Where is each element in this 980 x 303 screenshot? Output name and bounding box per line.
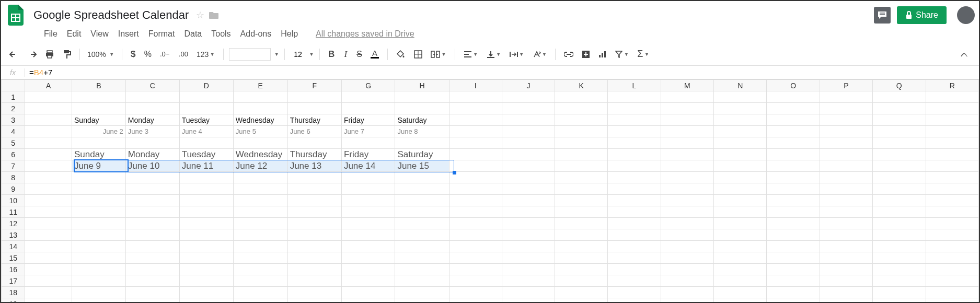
- cell-H9[interactable]: [395, 183, 449, 195]
- cell-A8[interactable]: [25, 172, 72, 183]
- cell-M17[interactable]: [661, 275, 713, 287]
- cell-I4[interactable]: [449, 126, 502, 137]
- cell-C16[interactable]: [125, 264, 179, 275]
- cell-P9[interactable]: [820, 183, 872, 195]
- menu-format[interactable]: Format: [144, 27, 179, 41]
- borders-button[interactable]: [411, 48, 425, 61]
- col-header-O[interactable]: O: [767, 80, 820, 91]
- cell-N9[interactable]: [714, 183, 767, 195]
- col-header-R[interactable]: R: [926, 80, 979, 91]
- cell-I10[interactable]: [449, 195, 502, 206]
- menu-tools[interactable]: Tools: [207, 27, 235, 41]
- cell-D1[interactable]: [179, 91, 233, 103]
- cell-P8[interactable]: [820, 172, 872, 183]
- cell-M13[interactable]: [661, 229, 713, 241]
- cell-N19[interactable]: [714, 298, 767, 304]
- cell-B15[interactable]: [72, 252, 126, 264]
- cell-C18[interactable]: [125, 287, 179, 298]
- cell-H16[interactable]: [395, 264, 449, 275]
- spreadsheet-grid[interactable]: A B C D E F G H I J K L M N O P Q R 123S…: [1, 79, 979, 303]
- cell-E6[interactable]: Wednesday: [233, 149, 287, 160]
- cell-Q17[interactable]: [873, 275, 926, 287]
- row-header-19[interactable]: 19: [2, 298, 25, 304]
- cell-H3[interactable]: Saturday: [395, 114, 449, 126]
- row-header-15[interactable]: 15: [2, 252, 25, 264]
- cell-Q11[interactable]: [873, 206, 926, 218]
- cell-E2[interactable]: [233, 103, 287, 114]
- cell-A17[interactable]: [25, 275, 72, 287]
- font-family-dropdown[interactable]: [229, 48, 271, 61]
- cell-E19[interactable]: [233, 298, 287, 304]
- cell-G7[interactable]: June 14: [341, 160, 395, 172]
- cell-R7[interactable]: [926, 160, 979, 172]
- cell-K11[interactable]: [555, 206, 608, 218]
- cell-A19[interactable]: [25, 298, 72, 304]
- cell-K17[interactable]: [555, 275, 608, 287]
- cell-F18[interactable]: [287, 287, 341, 298]
- col-header-G[interactable]: G: [341, 80, 395, 91]
- cell-C3[interactable]: Monday: [125, 114, 179, 126]
- menu-edit[interactable]: Edit: [63, 27, 86, 41]
- cell-H2[interactable]: [395, 103, 449, 114]
- cell-H4[interactable]: June 8: [395, 126, 449, 137]
- cell-I3[interactable]: [449, 114, 502, 126]
- cell-H19[interactable]: [395, 298, 449, 304]
- cell-C9[interactable]: [125, 183, 179, 195]
- cell-N12[interactable]: [714, 218, 767, 229]
- cell-M7[interactable]: [661, 160, 713, 172]
- cell-J13[interactable]: [502, 229, 555, 241]
- cell-Q6[interactable]: [873, 149, 926, 160]
- cell-P19[interactable]: [820, 298, 872, 304]
- cell-D9[interactable]: [179, 183, 233, 195]
- cell-I1[interactable]: [449, 91, 502, 103]
- cell-C19[interactable]: [125, 298, 179, 304]
- cell-B2[interactable]: [72, 103, 126, 114]
- col-header-P[interactable]: P: [820, 80, 872, 91]
- cell-O19[interactable]: [767, 298, 820, 304]
- cell-A1[interactable]: [25, 91, 72, 103]
- cell-M19[interactable]: [661, 298, 713, 304]
- cell-N11[interactable]: [714, 206, 767, 218]
- share-button[interactable]: Share: [897, 6, 947, 24]
- cell-J9[interactable]: [502, 183, 555, 195]
- cell-F19[interactable]: [287, 298, 341, 304]
- cell-R9[interactable]: [926, 183, 979, 195]
- cell-E9[interactable]: [233, 183, 287, 195]
- menu-addons[interactable]: Add-ons: [236, 27, 276, 41]
- cell-Q12[interactable]: [873, 218, 926, 229]
- cell-L17[interactable]: [608, 275, 661, 287]
- cell-A6[interactable]: [25, 149, 72, 160]
- cell-M2[interactable]: [661, 103, 713, 114]
- cell-F13[interactable]: [287, 229, 341, 241]
- cell-O4[interactable]: [767, 126, 820, 137]
- cell-Q18[interactable]: [873, 287, 926, 298]
- cell-A5[interactable]: [25, 137, 72, 149]
- cell-M1[interactable]: [661, 91, 713, 103]
- italic-button[interactable]: I: [340, 47, 351, 62]
- col-header-A[interactable]: A: [25, 80, 72, 91]
- cell-K8[interactable]: [555, 172, 608, 183]
- cell-F1[interactable]: [287, 91, 341, 103]
- cell-L6[interactable]: [608, 149, 661, 160]
- cell-A10[interactable]: [25, 195, 72, 206]
- cell-O9[interactable]: [767, 183, 820, 195]
- cell-N17[interactable]: [714, 275, 767, 287]
- format-percent-button[interactable]: %: [141, 48, 155, 61]
- cell-D4[interactable]: June 4: [179, 126, 233, 137]
- cell-C5[interactable]: [125, 137, 179, 149]
- cell-Q7[interactable]: [873, 160, 926, 172]
- cell-F3[interactable]: Thursday: [287, 114, 341, 126]
- cell-J19[interactable]: [502, 298, 555, 304]
- cell-G12[interactable]: [341, 218, 395, 229]
- cell-D3[interactable]: Tuesday: [179, 114, 233, 126]
- cell-J15[interactable]: [502, 252, 555, 264]
- cell-Q8[interactable]: [873, 172, 926, 183]
- more-formats-button[interactable]: 123▼: [193, 48, 218, 61]
- cell-L8[interactable]: [608, 172, 661, 183]
- insert-comment-button[interactable]: [579, 48, 593, 61]
- cell-H1[interactable]: [395, 91, 449, 103]
- cell-M5[interactable]: [661, 137, 713, 149]
- cell-C11[interactable]: [125, 206, 179, 218]
- row-header-17[interactable]: 17: [2, 275, 25, 287]
- cell-A14[interactable]: [25, 241, 72, 252]
